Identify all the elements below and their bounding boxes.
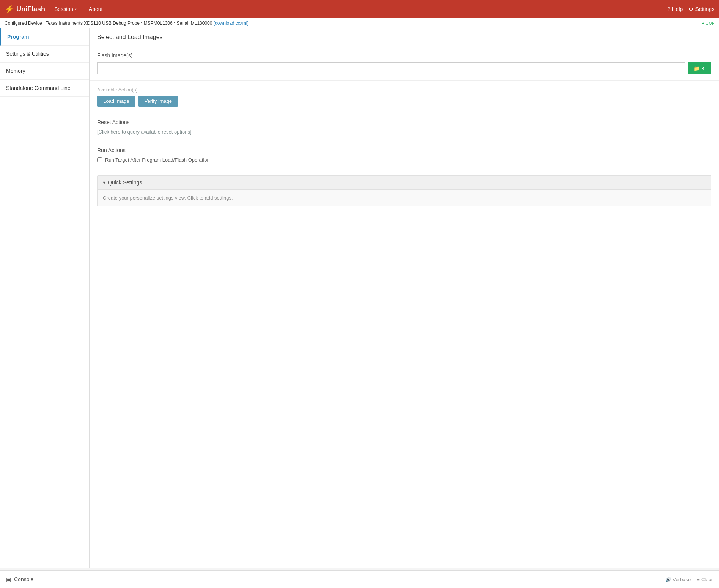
sidebar-item-program-label: Program <box>7 34 29 40</box>
device-bar: Configured Device : Texas Instruments XD… <box>0 18 719 28</box>
quick-settings-toggle-icon: ▾ <box>103 179 105 186</box>
lightning-icon: ⚡ <box>5 5 14 14</box>
folder-icon: 📁 <box>694 66 700 71</box>
quick-settings-body[interactable]: Create your personalize settings view. C… <box>98 190 711 206</box>
app-name: UniFlash <box>16 5 45 13</box>
run-target-checkbox[interactable] <box>97 157 102 162</box>
settings-button[interactable]: ⚙ Settings <box>689 6 714 12</box>
device-prefix: Configured Device : <box>5 20 44 26</box>
clear-label: Clear <box>701 577 713 582</box>
sidebar-item-settings-utilities[interactable]: Settings & Utilities <box>0 46 89 63</box>
run-actions-section: Run Actions Run Target After Program Loa… <box>90 141 719 169</box>
nav-about[interactable]: About <box>86 5 106 14</box>
header-left: ⚡ UniFlash Session ▾ About <box>5 5 105 14</box>
flash-images-section: Flash Image(s) 📁 Br <box>90 46 719 81</box>
quick-settings-header[interactable]: ▾ Quick Settings <box>98 176 711 190</box>
separator1: › <box>141 20 143 26</box>
verbose-icon: 🔊 <box>665 577 671 582</box>
sidebar-item-standalone-label: Standalone Command Line <box>6 85 71 91</box>
sidebar-item-standalone-command-line[interactable]: Standalone Command Line <box>0 80 89 97</box>
verbose-label: Verbose <box>673 577 691 582</box>
device-name: Texas Instruments XDS110 USB Debug Probe <box>46 20 140 26</box>
flash-image-row: 📁 Br <box>97 62 711 74</box>
sidebar-item-memory-label: Memory <box>6 68 25 74</box>
available-actions-label: Available Action(s) <box>97 87 711 93</box>
console-right: 🔊 Verbose ≡ Clear <box>665 577 713 582</box>
console-left: ▣ Console <box>6 576 33 582</box>
header: ⚡ UniFlash Session ▾ About ? Help ⚙ Sett… <box>0 0 719 18</box>
help-label: Help <box>672 6 683 12</box>
clear-icon: ≡ <box>697 577 700 582</box>
content-title: Select and Load Images <box>97 34 163 40</box>
session-label: Session <box>54 6 73 12</box>
sidebar: Program Settings & Utilities Memory Stan… <box>0 28 90 568</box>
flash-image-input[interactable] <box>97 62 685 74</box>
browse-button[interactable]: 📁 Br <box>688 62 711 74</box>
reset-query-link[interactable]: [Click here to query available reset opt… <box>97 129 711 135</box>
quick-settings-title: Quick Settings <box>108 179 142 186</box>
verify-image-button[interactable]: Verify Image <box>138 96 178 107</box>
quick-settings-description: Create your personalize settings view. C… <box>103 195 233 201</box>
reset-actions-title: Reset Actions <box>97 119 711 125</box>
download-ccxml-link[interactable]: [download ccxml] <box>214 20 249 26</box>
nav-session[interactable]: Session ▾ <box>51 5 80 14</box>
main-layout: Program Settings & Utilities Memory Stan… <box>0 28 719 568</box>
device-info: Configured Device : Texas Instruments XD… <box>5 20 249 26</box>
sidebar-item-memory[interactable]: Memory <box>0 63 89 80</box>
content-header: Select and Load Images <box>90 28 719 46</box>
verbose-button[interactable]: 🔊 Verbose <box>665 577 691 582</box>
content-inner: Select and Load Images Flash Image(s) 📁 … <box>90 28 719 568</box>
run-actions-title: Run Actions <box>97 147 711 153</box>
settings-label: Settings <box>695 6 714 12</box>
action-buttons: Load Image Verify Image <box>97 96 711 107</box>
browse-label: Br <box>701 66 706 71</box>
help-icon: ? <box>667 6 670 12</box>
help-button[interactable]: ? Help <box>667 6 683 12</box>
gear-icon: ⚙ <box>689 6 694 12</box>
sidebar-item-program[interactable]: Program <box>0 28 89 46</box>
header-right: ? Help ⚙ Settings <box>667 6 714 12</box>
connection-status: ● COF <box>702 21 714 25</box>
console-icon: ▣ <box>6 576 11 582</box>
serial-label: Serial: ML130000 <box>176 20 212 26</box>
session-dropdown-arrow: ▾ <box>75 7 77 11</box>
reset-actions-section: Reset Actions [Click here to query avail… <box>90 113 719 141</box>
logo-area: ⚡ UniFlash <box>5 5 45 14</box>
console-bar: ▣ Console 🔊 Verbose ≡ Clear <box>0 570 719 588</box>
flash-images-title: Flash Image(s) <box>97 52 711 58</box>
load-image-button[interactable]: Load Image <box>97 96 135 107</box>
target-name: MSPM0L1306 <box>144 20 173 26</box>
quick-settings-section: ▾ Quick Settings Create your personalize… <box>97 175 711 206</box>
clear-button[interactable]: ≡ Clear <box>697 577 713 582</box>
available-actions-section: Available Action(s) Load Image Verify Im… <box>90 81 719 113</box>
about-label: About <box>89 6 103 12</box>
content-area: Select and Load Images Flash Image(s) 📁 … <box>90 28 719 568</box>
run-target-label: Run Target After Program Load/Flash Oper… <box>105 157 210 163</box>
run-target-checkbox-row: Run Target After Program Load/Flash Oper… <box>97 157 711 163</box>
console-label: Console <box>14 576 33 582</box>
sidebar-item-settings-utilities-label: Settings & Utilities <box>6 51 49 57</box>
